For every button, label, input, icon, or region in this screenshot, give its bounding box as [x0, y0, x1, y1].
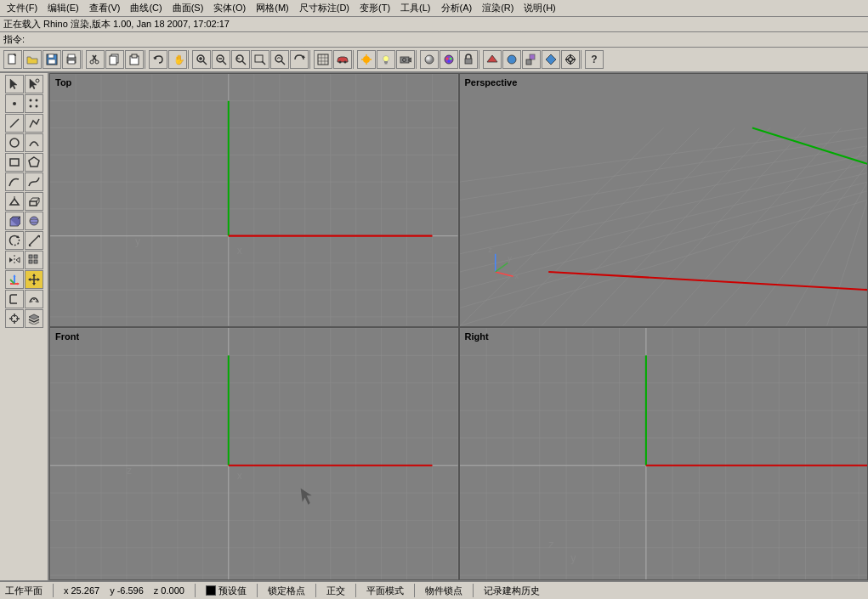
menu-analyze[interactable]: 分析(A) [436, 0, 478, 16]
planar-label[interactable]: 平面模式 [366, 585, 404, 597]
sidebar-row-7 [5, 192, 43, 211]
svg-line-153 [460, 172, 868, 271]
lock-button[interactable] [459, 50, 478, 69]
menu-solid[interactable]: 实体(O) [208, 0, 251, 16]
viewport-front[interactable]: Front [49, 327, 459, 581]
paste-button[interactable] [125, 50, 144, 69]
svg-marker-107 [32, 283, 36, 285]
svg-text:y: y [508, 253, 512, 263]
viewport-right-grid: z y [460, 328, 868, 580]
camera-button[interactable] [396, 50, 415, 69]
polygon-btn[interactable] [25, 153, 43, 172]
multipoint-btn[interactable] [25, 94, 43, 113]
svg-point-68 [36, 79, 39, 82]
light-button[interactable] [377, 50, 395, 69]
render-button[interactable] [357, 50, 376, 69]
transform-btn[interactable] [522, 50, 541, 69]
zoom-window-button[interactable] [251, 50, 269, 69]
menu-mesh[interactable]: 网格(M) [251, 0, 294, 16]
snap-btn[interactable] [5, 309, 24, 328]
menu-dimension[interactable]: 尺寸标注(D) [294, 0, 355, 16]
svg-point-75 [10, 138, 19, 147]
arc-btn[interactable] [25, 133, 43, 152]
svg-rect-94 [34, 255, 37, 258]
select-btn[interactable] [5, 75, 24, 93]
3d-obj-btn[interactable] [5, 212, 24, 230]
status-sep-1 [53, 584, 54, 597]
svg-line-28 [262, 61, 265, 65]
viewport-area: Top [49, 73, 868, 580]
open-button[interactable] [23, 50, 42, 69]
save-button[interactable] [43, 50, 61, 69]
grid-toggle-button[interactable] [314, 50, 332, 69]
command-input[interactable] [25, 35, 195, 45]
surface-btn[interactable] [483, 50, 502, 69]
rotate-view-button[interactable] [290, 50, 309, 69]
svg-line-170 [752, 128, 867, 164]
display-btn[interactable] [542, 50, 560, 69]
menu-edit[interactable]: 编辑(E) [43, 0, 84, 16]
menu-tools[interactable]: 工具(L) [395, 0, 435, 16]
svg-line-177 [495, 263, 508, 272]
zoom-dynamic-button[interactable] [270, 50, 289, 69]
sidebar-row-13 [5, 309, 43, 328]
menu-help[interactable]: 说明(H) [519, 0, 560, 16]
settings-btn[interactable] [561, 50, 580, 69]
viewport-perspective[interactable]: Perspective [459, 73, 869, 327]
move-btn[interactable] [25, 270, 43, 289]
layer-btn[interactable] [25, 309, 43, 328]
pan-button[interactable]: ✋ [168, 50, 187, 69]
menu-view[interactable]: 查看(V) [84, 0, 126, 16]
viewport-right[interactable]: Right [459, 327, 869, 581]
sphere-sidebar-btn[interactable] [25, 212, 43, 230]
menu-render[interactable]: 渲染(R) [477, 0, 519, 16]
rotate-btn[interactable] [5, 231, 24, 250]
copy-button[interactable] [105, 50, 124, 69]
svg-line-30 [281, 61, 285, 65]
select-point-btn[interactable] [25, 75, 43, 93]
menu-surface[interactable]: 曲面(S) [167, 0, 209, 16]
zoom-in-button[interactable] [192, 50, 211, 69]
polyline-btn[interactable] [25, 114, 43, 133]
surface-from-curve-btn[interactable] [5, 192, 24, 211]
svg-point-60 [569, 58, 573, 62]
cut-button[interactable] [86, 50, 105, 69]
fillet-btn[interactable] [5, 290, 24, 308]
point-btn[interactable] [5, 94, 24, 113]
snap-label[interactable]: 锁定格点 [268, 585, 305, 597]
svg-line-171 [548, 272, 867, 290]
menu-transform[interactable]: 变形(T) [355, 0, 395, 16]
line-btn[interactable] [5, 114, 24, 133]
menu-curve[interactable]: 曲线(C) [125, 0, 167, 16]
move-gumball-btn[interactable] [5, 270, 24, 289]
sep1 [82, 50, 85, 69]
circle-btn[interactable] [5, 133, 24, 152]
rectangle-btn[interactable] [5, 153, 24, 172]
print-button[interactable] [62, 50, 81, 69]
scale-btn[interactable] [25, 231, 43, 250]
spline-btn[interactable] [25, 172, 43, 191]
sphere-btn[interactable] [502, 50, 521, 69]
viewport-top[interactable]: Top [49, 73, 459, 327]
undo-button[interactable] [149, 50, 167, 69]
sidebar-row-12 [5, 290, 43, 308]
zoom-extent-button[interactable] [231, 50, 250, 69]
osnap-label[interactable]: 物件锁点 [425, 585, 462, 597]
palette-button[interactable] [440, 50, 458, 69]
car-button[interactable] [333, 50, 352, 69]
extrude-btn[interactable] [25, 192, 43, 211]
preset-label: 预设值 [218, 585, 247, 597]
ortho-label[interactable]: 正交 [326, 585, 345, 597]
svg-rect-47 [400, 57, 409, 63]
svg-line-156 [460, 146, 868, 218]
menu-file[interactable]: 文件(F) [2, 0, 43, 16]
mirror-btn[interactable] [5, 251, 24, 269]
zoom-out-button[interactable] [212, 50, 230, 69]
help-btn[interactable]: ? [585, 50, 604, 69]
array-btn[interactable] [25, 251, 43, 269]
history-label[interactable]: 记录建构历史 [484, 585, 540, 597]
freeform-btn[interactable] [5, 172, 24, 191]
offset-btn[interactable] [25, 290, 43, 308]
material-button[interactable] [420, 50, 439, 69]
new-button[interactable] [3, 50, 22, 69]
